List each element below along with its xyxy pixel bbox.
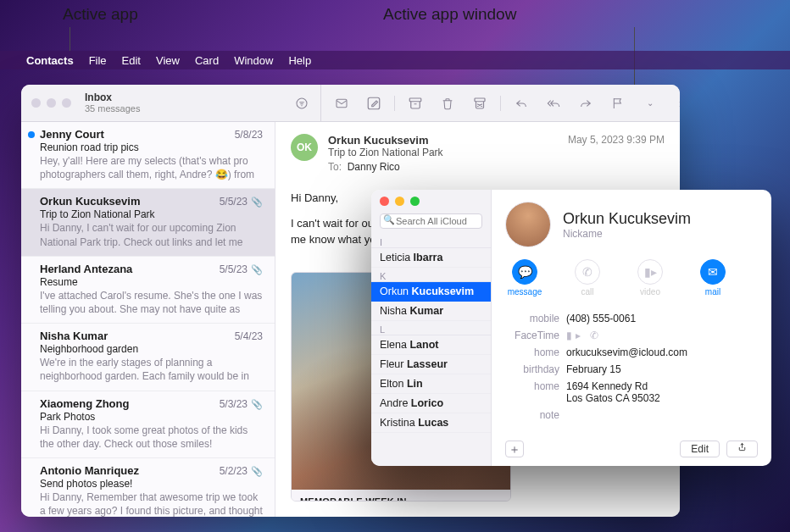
- flag-icon[interactable]: [609, 96, 626, 111]
- contacts-section-header: I: [371, 236, 491, 248]
- message-item[interactable]: Orkun Kucuksevim5/5/23📎Trip to Zion Nati…: [21, 189, 275, 256]
- to-label: To:: [328, 161, 342, 173]
- attachment-icon: 📎: [251, 399, 263, 410]
- message-preview: Hey, y'all! Here are my selects (that's …: [40, 154, 263, 181]
- contact-actions: 💬message ✆call ▮▸video ✉mail: [505, 259, 758, 296]
- message-sender: Herland Antezana: [40, 263, 220, 275]
- attachment-icon: 📎: [251, 466, 263, 477]
- add-button[interactable]: ＋: [505, 441, 524, 457]
- mail-toolbar: Inbox 35 messages ⌄ »: [21, 85, 680, 122]
- message-item[interactable]: Nisha Kumar5/4/23Neighborhood gardenWe'r…: [21, 324, 275, 391]
- menubar-item-edit[interactable]: Edit: [114, 54, 148, 67]
- message-subject: Park Photos: [40, 411, 263, 423]
- unread-dot-icon: [28, 131, 35, 138]
- link-title: MEMORABLE WEEK INZION NATIONAL PARK STOR…: [300, 496, 502, 502]
- contacts-search[interactable]: 🔍: [380, 213, 482, 229]
- contact-avatar[interactable]: [505, 202, 551, 247]
- reply-all-icon[interactable]: [545, 96, 562, 111]
- trash-icon[interactable]: [439, 96, 456, 111]
- envelope-icon[interactable]: [333, 96, 350, 111]
- video-action[interactable]: ▮▸video: [631, 259, 670, 296]
- menubar-item-view[interactable]: View: [148, 54, 187, 67]
- message-preview: I've attached Carol's resume. She's the …: [40, 289, 263, 316]
- menubar-app-name[interactable]: Contacts: [19, 54, 81, 67]
- message-to: Danny Rico: [348, 161, 400, 173]
- attachment-icon: 📎: [251, 264, 263, 275]
- close-icon[interactable]: [380, 197, 389, 206]
- message-date: 5/3/23: [220, 398, 248, 410]
- call-action[interactable]: ✆call: [568, 259, 607, 296]
- message-subject: Reunion road trip pics: [40, 141, 263, 153]
- contacts-list[interactable]: ILeticia IbarraKOrkun KucuksevimNisha Ku…: [371, 234, 491, 466]
- contact-item[interactable]: Andre Lorico: [371, 394, 491, 413]
- reply-icon[interactable]: [513, 96, 530, 111]
- message-date: 5/5/23: [220, 263, 248, 275]
- contact-item[interactable]: Elton Lin: [371, 374, 491, 394]
- contact-item[interactable]: Leticia Ibarra: [371, 248, 491, 268]
- facetime-value[interactable]: ▮▸ ✆: [566, 330, 758, 341]
- message-date: 5/5/23: [220, 196, 248, 208]
- overflow-icon[interactable]: »: [674, 96, 680, 111]
- message-subject: Trip to Zion National Park: [328, 147, 558, 158]
- mail-traffic-lights[interactable]: [21, 98, 81, 108]
- message-header: OK Orkun Kucuksevim Trip to Zion Nationa…: [275, 122, 680, 181]
- mail-action[interactable]: ✉mail: [693, 259, 732, 296]
- contact-card-footer: ＋ Edit: [505, 435, 758, 457]
- note-value[interactable]: [566, 409, 758, 421]
- address-value[interactable]: 1694 Kennedy RdLos Gatos CA 95032: [566, 380, 758, 404]
- contact-item[interactable]: Kristina Lucas: [371, 413, 491, 433]
- close-icon[interactable]: [31, 98, 41, 108]
- message-sender: Antonio Manriquez: [40, 464, 220, 477]
- contacts-section-header: L: [371, 323, 491, 335]
- mobile-value[interactable]: (408) 555-0061: [566, 313, 758, 324]
- message-sender: Orkun Kucuksevim: [40, 195, 220, 208]
- message-sender: Jenny Court: [40, 128, 235, 141]
- menubar-item-window[interactable]: Window: [226, 54, 281, 67]
- message-subject: Neighborhood garden: [40, 343, 263, 355]
- email-value[interactable]: orkucuksevim@icloud.com: [566, 346, 758, 358]
- archive-icon[interactable]: [407, 96, 424, 111]
- menubar-item-help[interactable]: Help: [281, 54, 319, 67]
- compose-icon[interactable]: [365, 96, 382, 111]
- contacts-window: 🔍 ILeticia IbarraKOrkun KucuksevimNisha …: [371, 190, 771, 466]
- edit-button[interactable]: Edit: [680, 441, 720, 457]
- inbox-count: 35 messages: [85, 103, 283, 114]
- minimize-icon[interactable]: [395, 197, 404, 206]
- mail-toolbar-actions: ⌄ »: [320, 85, 680, 121]
- menubar-item-file[interactable]: File: [81, 54, 114, 67]
- message-action[interactable]: 💬message: [505, 259, 544, 296]
- contact-subtitle: Nickame: [563, 228, 691, 240]
- contact-item[interactable]: Orkun Kucuksevim: [371, 282, 491, 302]
- menubar-item-card[interactable]: Card: [187, 54, 226, 67]
- message-item[interactable]: Jenny Court5/8/23Reunion road trip picsH…: [21, 122, 275, 189]
- field-label: note: [505, 409, 559, 421]
- message-from: Orkun Kucuksevim: [328, 134, 558, 147]
- contact-item[interactable]: Elena Lanot: [371, 335, 491, 355]
- contacts-traffic-lights[interactable]: [380, 197, 482, 206]
- message-date: 5/8/23: [235, 129, 263, 141]
- message-preview: Hi Danny, Remember that awesome trip we …: [40, 490, 263, 517]
- toolbar-separator: [394, 96, 395, 111]
- message-item[interactable]: Herland Antezana5/5/23📎ResumeI've attach…: [21, 257, 275, 324]
- field-label: mobile: [505, 313, 559, 324]
- minimize-icon[interactable]: [47, 98, 56, 108]
- search-input[interactable]: [380, 213, 482, 229]
- message-sender: Nisha Kumar: [40, 330, 235, 342]
- zoom-icon[interactable]: [410, 197, 420, 206]
- chevron-down-icon[interactable]: ⌄: [642, 96, 659, 111]
- message-date: 5/4/23: [235, 330, 263, 342]
- message-icon: 💬: [512, 259, 537, 285]
- zoom-icon[interactable]: [62, 98, 71, 108]
- forward-icon[interactable]: [577, 96, 594, 111]
- mail-icon: ✉: [700, 259, 726, 285]
- junk-icon[interactable]: [471, 96, 488, 111]
- filter-icon[interactable]: [283, 97, 320, 110]
- annotation-active-window: Active app window: [383, 5, 516, 24]
- contact-item[interactable]: Nisha Kumar: [371, 302, 491, 321]
- message-date: 5/2/23: [220, 465, 248, 477]
- message-list[interactable]: Jenny Court5/8/23Reunion road trip picsH…: [21, 122, 275, 517]
- message-item[interactable]: Antonio Manriquez5/2/23📎Send photos plea…: [21, 458, 275, 517]
- contact-item[interactable]: Fleur Lasseur: [371, 355, 491, 374]
- message-item[interactable]: Xiaomeng Zhong5/3/23📎Park PhotosHi Danny…: [21, 391, 275, 458]
- share-button[interactable]: [726, 441, 758, 457]
